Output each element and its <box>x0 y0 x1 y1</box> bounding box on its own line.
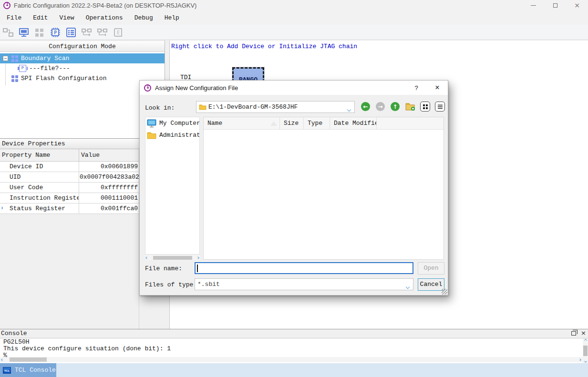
scroll-down-icon[interactable] <box>584 360 587 363</box>
folder-icon <box>147 132 156 139</box>
chain-add-icon[interactable] <box>81 26 93 39</box>
configuration-mode-header: Configuration Mode <box>0 41 165 52</box>
places-horizontal-scrollbar[interactable] <box>145 255 200 260</box>
scrollbar-thumb[interactable] <box>583 346 588 356</box>
svg-text:E: E <box>117 30 120 35</box>
column-date-modified[interactable]: Date Modified <box>330 117 377 129</box>
scrollbar-thumb[interactable] <box>153 256 192 260</box>
console-horizontal-scrollbar[interactable] <box>0 357 583 362</box>
property-row-status-register[interactable]: › Status Register 0x001ffca0 <box>0 204 139 214</box>
combo-chevron-down-icon[interactable] <box>347 108 351 112</box>
console-panel: Console × PG2L50H This device configure … <box>0 329 588 363</box>
jtag-chain-icon[interactable] <box>2 26 14 39</box>
log-book-icon[interactable]: E <box>112 26 124 39</box>
list-view-button[interactable] <box>420 102 430 112</box>
forward-button[interactable]: → <box>376 102 385 111</box>
property-row-instruction-register[interactable]: Instruction Register 0001110001 <box>0 193 139 204</box>
place-my-computer[interactable]: My Computer <box>145 117 199 129</box>
spi-flash-icon <box>11 75 18 82</box>
close-icon: × <box>574 1 580 9</box>
dialog-resize-grip[interactable] <box>442 289 447 295</box>
menu-edit[interactable]: Edit <box>31 13 50 22</box>
tree-item-boundary-scan[interactable]: − Boundary Scan <box>0 53 165 63</box>
look-in-path: E:\1-DevBoard-GM-3568JHF <box>208 103 298 111</box>
scroll-up-icon[interactable] <box>584 339 587 342</box>
scroll-right-icon[interactable] <box>578 358 581 361</box>
scroll-right-icon[interactable] <box>196 256 199 259</box>
tree-item-label: ---file?--- <box>29 65 70 72</box>
canvas-hint-text: Right click to Add Device or Initialize … <box>171 43 357 50</box>
title-bar: Fabric Configuration 2022.2-SP4-Beta2 (o… <box>0 0 588 10</box>
my-computer-icon <box>147 119 156 128</box>
open-button[interactable]: Open <box>418 262 444 275</box>
column-value[interactable]: Value <box>79 149 139 161</box>
tcl-icon: TCL <box>3 367 11 374</box>
look-in-label: Look in: <box>145 104 175 112</box>
dialog-close-button[interactable]: × <box>427 81 448 95</box>
file-list-header: Name Size Type Date Modified <box>204 117 444 130</box>
back-button[interactable]: ← <box>361 102 370 111</box>
tcl-tab-label: TCL Console <box>15 367 56 374</box>
file-type-combobox[interactable]: *.sbit <box>195 278 413 290</box>
boundary-scan-icon <box>11 55 18 62</box>
tree-item-file[interactable]: P ---file?--- <box>0 63 165 73</box>
new-folder-button[interactable] <box>405 102 415 113</box>
menu-debug[interactable]: Debug <box>133 13 155 22</box>
combo-chevron-down-icon[interactable] <box>406 285 410 289</box>
up-directory-button[interactable]: ↑ <box>391 102 400 111</box>
collapse-icon[interactable]: − <box>3 56 8 61</box>
column-type[interactable]: Type <box>304 117 330 129</box>
console-output[interactable]: PG2L50H This device configure situation … <box>0 338 583 357</box>
tab-tcl-console[interactable]: TCL TCL Console <box>0 363 56 377</box>
file-list[interactable]: Name Size Type Date Modified <box>203 117 444 260</box>
chain-remove-icon[interactable] <box>96 26 109 39</box>
place-label: My Computer <box>159 120 200 127</box>
expand-chevron-icon[interactable]: › <box>1 204 3 211</box>
device-grid-icon[interactable] <box>33 26 46 39</box>
menu-view[interactable]: View <box>57 13 76 22</box>
menu-operations[interactable]: Operations <box>84 13 125 22</box>
folder-icon <box>199 104 206 110</box>
maximize-icon <box>553 3 557 8</box>
detail-view-icon <box>437 104 443 110</box>
list-view-icon <box>423 104 428 110</box>
console-line: PG2L50H <box>3 339 583 346</box>
property-row-uid[interactable]: UID 0x0007f004283a02c2 <box>0 172 139 183</box>
column-property-name[interactable]: Property Name <box>0 149 79 161</box>
menu-help[interactable]: Help <box>163 13 181 22</box>
scroll-left-icon[interactable] <box>1 358 4 361</box>
column-name[interactable]: Name <box>204 117 280 129</box>
text-caret <box>197 265 198 272</box>
minimize-button[interactable] <box>522 0 544 10</box>
column-size[interactable]: Size <box>280 117 304 129</box>
console-header: Console × <box>0 329 588 338</box>
file-type-value: *.sbit <box>197 281 220 288</box>
look-in-combobox[interactable]: E:\1-DevBoard-GM-3568JHF <box>196 101 355 113</box>
chip-program-icon[interactable]: P <box>49 26 62 39</box>
file-name-input[interactable] <box>195 262 413 274</box>
console-close-icon[interactable]: × <box>581 330 586 336</box>
scroll-left-icon[interactable] <box>145 256 148 259</box>
dialog-help-button[interactable]: ? <box>406 81 427 95</box>
minimize-icon <box>531 5 536 6</box>
operation-list-icon[interactable] <box>65 26 77 39</box>
undock-icon[interactable] <box>571 331 576 336</box>
place-label: Administrator <box>159 132 200 139</box>
window-title: Fabric Configuration 2022.2-SP4-Beta2 (o… <box>14 2 196 9</box>
menu-file[interactable]: File <box>5 13 23 22</box>
app-download-icon <box>3 2 10 9</box>
cancel-button[interactable]: Cancel <box>418 278 444 291</box>
detail-view-button[interactable] <box>435 102 445 112</box>
scrollbar-thumb[interactable] <box>10 357 47 362</box>
dialog-app-icon <box>144 84 151 92</box>
property-row-device-id[interactable]: Device ID 0x00601899 <box>0 162 139 172</box>
column-filler <box>377 117 444 129</box>
property-row-user-code[interactable]: User Code 0xffffffff <box>0 183 139 193</box>
close-button[interactable]: × <box>566 0 588 10</box>
device-properties-column-header: Property Name Value <box>0 149 139 162</box>
monitor-icon[interactable] <box>18 26 30 39</box>
console-vertical-scrollbar[interactable] <box>583 338 588 363</box>
new-folder-icon <box>405 102 415 111</box>
maximize-button[interactable] <box>544 0 566 10</box>
place-administrator[interactable]: Administrator <box>145 129 199 141</box>
